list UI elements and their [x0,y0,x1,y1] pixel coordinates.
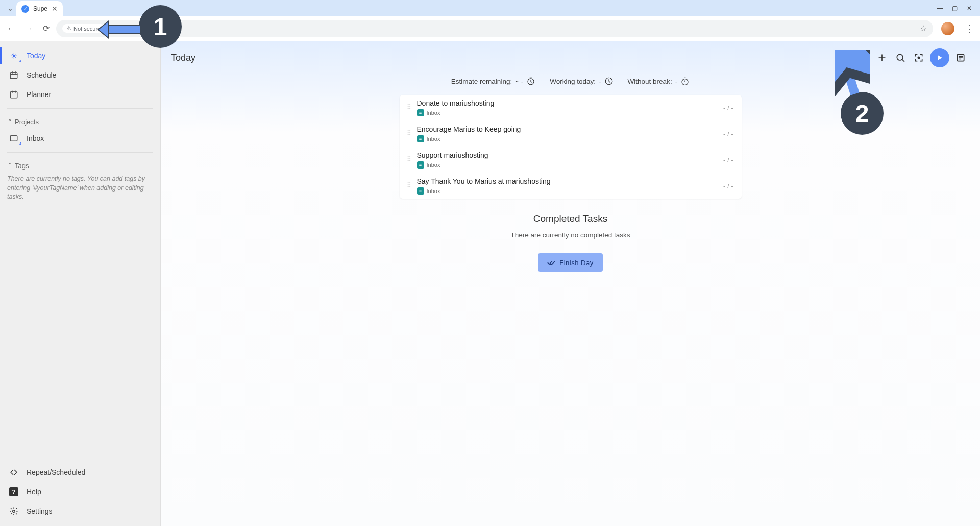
drag-handle-icon[interactable]: ⠿ [402,132,417,135]
browser-titlebar: ⌄ ✓ Supe ✕ — ▢ ✕ [0,0,980,16]
clock-icon [604,77,614,86]
divider [7,152,153,153]
timer-icon [526,77,535,86]
task-row[interactable]: ⠿ Donate to mariushosting ≡Inbox - / - [400,95,742,121]
task-title: Say Thank You to Marius at mariushosting [417,177,724,185]
finish-day-label: Finish Day [559,259,593,267]
browser-menu-icon[interactable]: ⋮ [963,23,976,34]
sidebar-item-label: Inbox [27,134,44,142]
svg-rect-1 [10,92,17,98]
repeat-icon [8,467,19,478]
stat-estimate-label: Estimate remaining: [451,78,512,85]
tab-title: Supe [33,5,47,12]
chevron-up-icon: ˄ [8,162,12,170]
sidebar-item-today[interactable]: ☀4 Today [0,46,160,65]
sidebar-item-label: Help [27,488,41,496]
profile-avatar[interactable] [941,22,954,35]
stat-break-value: - [675,78,678,85]
gear-icon [8,506,19,517]
sidebar-item-label: Today [27,52,45,60]
annotation-callout-2: 2 [841,92,884,135]
task-time: - / - [723,156,736,164]
tabs-dropdown-icon[interactable]: ⌄ [4,4,16,12]
task-tag[interactable]: ≡Inbox [417,161,724,169]
stat-break-label: Without break: [628,78,672,85]
main-panel: Today Estima [161,41,980,526]
sidebar-item-inbox[interactable]: 4 Inbox [0,129,160,148]
notes-button[interactable] [951,49,970,67]
search-button[interactable] [891,49,910,67]
task-title: Support mariushosting [417,151,724,159]
finish-day-button[interactable]: Finish Day [538,253,602,272]
svg-point-7 [918,57,919,58]
play-button[interactable] [930,48,949,67]
stat-working-label: Working today: [550,78,596,85]
completed-empty-text: There are currently no completed tasks [161,231,980,239]
task-row[interactable]: ⠿ Say Thank You to Marius at mariushosti… [400,173,742,199]
divider [7,108,153,109]
stopwatch-icon [680,77,690,86]
task-row[interactable]: ⠿ Encourage Marius to Keep going ≡Inbox … [400,121,742,147]
task-tag[interactable]: ≡Inbox [417,109,724,116]
sidebar-item-help[interactable]: ? Help [0,482,160,501]
main-header: Today [161,41,980,73]
sidebar-tags-header[interactable]: ˄ Tags [0,157,160,173]
task-tag[interactable]: ≡Inbox [417,135,724,142]
task-row[interactable]: ⠿ Support mariushosting ≡Inbox - / - [400,147,742,173]
task-time: - / - [723,130,736,138]
tags-empty-note: There are currently no tags. You can add… [0,173,160,204]
task-tag[interactable]: ≡Inbox [417,187,724,195]
nav-back-icon[interactable]: ← [4,21,18,36]
task-time: - / - [723,104,736,112]
done-all-icon [547,258,555,267]
task-list: ⠿ Donate to mariushosting ≡Inbox - / - ⠿… [400,95,742,199]
sidebar: ☀4 Today Schedule Planner ˄ Projects [0,41,161,526]
task-title: Donate to mariushosting [417,99,724,107]
stat-break: Without break: - [628,77,690,86]
svg-point-5 [13,510,15,513]
address-bar: ← → ⟳ ⚠ Not secure 192.168.1.18:4567 ☆ ⋮ [0,16,980,41]
project-dot-icon: ≡ [417,109,424,116]
annotation-number: 2 [841,92,884,135]
drag-handle-icon[interactable]: ⠿ [402,106,417,109]
drag-handle-icon[interactable]: ⠿ [402,184,417,187]
sidebar-projects-header[interactable]: ˄ Projects [0,113,160,129]
security-chip[interactable]: ⚠ Not secure [62,24,105,33]
drag-handle-icon[interactable]: ⠿ [402,158,417,161]
sidebar-item-schedule[interactable]: Schedule [0,65,160,85]
sidebar-item-label: Planner [27,90,51,99]
url-text: 192.168.1.18:4567 [109,25,164,32]
url-field[interactable]: ⚠ Not secure 192.168.1.18:4567 ☆ [56,20,933,37]
completed-header: Completed Tasks [161,213,980,224]
stat-estimate-value: ~ - [515,78,523,85]
nav-reload-icon[interactable]: ⟳ [39,21,53,36]
warning-icon: ⚠ [66,25,71,32]
planner-icon [8,89,19,100]
stats-row: Estimate remaining: ~ - Working today: -… [161,73,980,95]
bookmark-star-icon[interactable]: ☆ [920,23,927,33]
sun-icon: ☀4 [8,50,19,61]
tab-favicon-icon: ✓ [21,5,29,13]
nav-forward-icon[interactable]: → [21,21,36,36]
window-minimize-icon[interactable]: — [937,5,943,12]
stat-working: Working today: - [550,77,613,86]
tab-close-icon[interactable]: ✕ [52,5,58,13]
page-title: Today [171,53,195,63]
schedule-icon [8,69,19,81]
stat-estimate: Estimate remaining: ~ - [451,77,535,86]
task-time: - / - [723,182,736,190]
sidebar-item-planner[interactable]: Planner [0,85,160,104]
security-label: Not secure [74,26,101,32]
window-close-icon[interactable]: ✕ [967,5,972,12]
tags-label: Tags [15,162,29,170]
inbox-icon: 4 [8,133,19,144]
task-title: Encourage Marius to Keep going [417,125,724,133]
focus-button[interactable] [910,49,928,67]
sidebar-item-label: Repeat/Scheduled [27,468,85,476]
add-task-button[interactable] [873,49,891,67]
sidebar-item-repeat[interactable]: Repeat/Scheduled [0,463,160,482]
window-maximize-icon[interactable]: ▢ [952,5,958,12]
projects-label: Projects [15,118,39,126]
browser-tab[interactable]: ✓ Supe ✕ [16,1,63,16]
sidebar-item-settings[interactable]: Settings [0,501,160,521]
